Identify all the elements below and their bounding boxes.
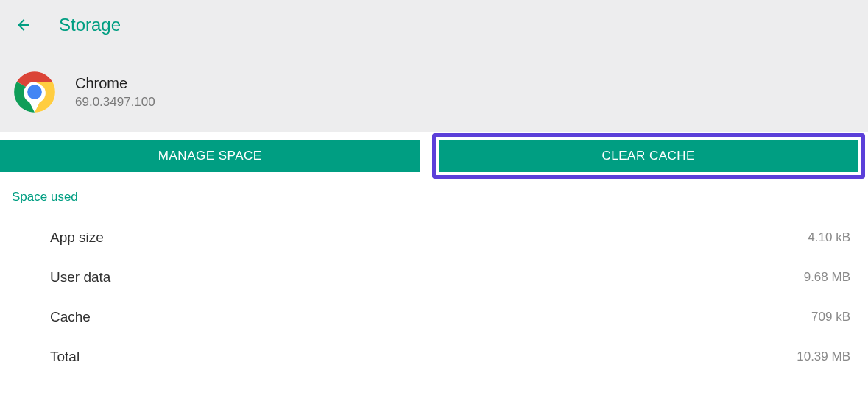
row-value: 4.10 kB: [808, 230, 856, 245]
manage-space-button[interactable]: MANAGE SPACE: [0, 140, 420, 172]
row-label: Total: [50, 349, 80, 365]
list-item: User data 9.68 MB: [12, 258, 856, 297]
svg-point-2: [27, 85, 42, 99]
button-row: MANAGE SPACE CLEAR CACHE: [0, 132, 868, 172]
list-item: App size 4.10 kB: [12, 218, 856, 258]
row-label: Cache: [50, 309, 91, 325]
title-bar: Storage: [0, 0, 868, 49]
row-value: 10.39 MB: [797, 350, 856, 364]
row-label: User data: [50, 269, 110, 286]
app-version: 69.0.3497.100: [75, 95, 155, 110]
list-item: Cache 709 kB: [12, 297, 856, 337]
row-label: App size: [50, 230, 104, 246]
header-section: Storage Chrome 69.0.3497.100: [0, 0, 868, 132]
page-title: Storage: [59, 15, 121, 35]
app-name: Chrome: [75, 75, 155, 92]
section-label: Space used: [12, 190, 856, 205]
app-text: Chrome 69.0.3497.100: [75, 75, 155, 110]
app-info: Chrome 69.0.3497.100: [0, 49, 868, 132]
back-arrow-icon[interactable]: [15, 16, 32, 34]
row-value: 709 kB: [811, 310, 856, 325]
chrome-icon: [13, 71, 56, 113]
content-section: Space used App size 4.10 kB User data 9.…: [0, 172, 868, 377]
clear-cache-button[interactable]: CLEAR CACHE: [439, 140, 859, 172]
row-value: 9.68 MB: [804, 270, 856, 285]
highlight-box: CLEAR CACHE: [432, 133, 866, 179]
rows-container: App size 4.10 kB User data 9.68 MB Cache…: [12, 205, 856, 377]
list-item: Total 10.39 MB: [12, 337, 856, 377]
